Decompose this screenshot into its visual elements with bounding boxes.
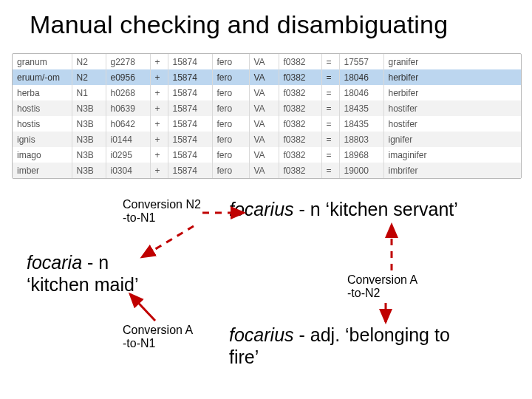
table-row: herbaN1h0268+15874feroVAf0382=18046herbi… xyxy=(13,85,521,100)
label-line1: Conversion A xyxy=(347,273,417,286)
table-cell: f0382 xyxy=(279,69,321,85)
table-cell: VA xyxy=(249,147,279,163)
table-cell: = xyxy=(321,163,339,178)
rest: - n ‘kitchen servant’ xyxy=(294,199,458,219)
table-cell: granum xyxy=(13,54,72,69)
table-cell: VA xyxy=(249,69,279,85)
table-cell: imbrifer xyxy=(383,163,521,178)
table-cell: = xyxy=(321,69,339,85)
table-cell: + xyxy=(150,163,168,178)
table-cell: i0295 xyxy=(106,147,150,163)
table-cell: herba xyxy=(13,85,72,100)
table-cell: VA xyxy=(249,132,279,147)
label-line2: -to-N1 xyxy=(123,211,155,224)
table-cell: f0382 xyxy=(279,85,321,100)
table-cell: 15874 xyxy=(168,132,212,147)
label-conv-a-n2: Conversion A -to-N2 xyxy=(347,273,417,301)
table-cell: VA xyxy=(249,100,279,116)
table-cell: fero xyxy=(212,100,249,116)
table-row: imagoN3Bi0295+15874feroVAf0382=18968imag… xyxy=(13,147,521,163)
table-cell: ignis xyxy=(13,132,72,147)
table-cell: + xyxy=(150,147,168,163)
table-row: eruum/-omN2e0956+15874feroVAf0382=18046h… xyxy=(13,69,521,85)
data-table: granumN2g2278+15874feroVAf0382=17557gran… xyxy=(12,53,522,179)
table-cell: imago xyxy=(13,147,72,163)
table-cell: f0382 xyxy=(279,147,321,163)
label-line2: -to-N1 xyxy=(123,337,155,349)
table-cell: 18046 xyxy=(339,69,383,85)
table-cell: fero xyxy=(212,54,249,69)
table-cell: 18968 xyxy=(339,147,383,163)
table-cell: i0144 xyxy=(106,132,150,147)
table-cell: herbifer xyxy=(383,69,521,85)
table-cell: imber xyxy=(13,163,72,178)
table-cell: 19000 xyxy=(339,163,383,178)
table-cell: f0382 xyxy=(279,132,321,147)
table-cell: hostifer xyxy=(383,116,521,132)
table-cell: 18803 xyxy=(339,132,383,147)
table-cell: = xyxy=(321,132,339,147)
table-cell: fero xyxy=(212,147,249,163)
table-row: hostisN3Bh0642+15874feroVAf0382=18435hos… xyxy=(13,116,521,132)
table-cell: N1 xyxy=(72,85,106,100)
table-cell: imaginifer xyxy=(383,147,521,163)
svg-line-2 xyxy=(130,294,155,321)
table-cell: fero xyxy=(212,132,249,147)
table-cell: N3B xyxy=(72,163,106,178)
table-cell: e0956 xyxy=(106,69,150,85)
table-cell: i0304 xyxy=(106,163,150,178)
word-focarius: focarius xyxy=(229,324,294,345)
word-focaria: focaria xyxy=(27,252,82,273)
table-cell: 18046 xyxy=(339,85,383,100)
table-cell: = xyxy=(321,116,339,132)
table-cell: N2 xyxy=(72,69,106,85)
table-cell: f0382 xyxy=(279,116,321,132)
table-cell: fero xyxy=(212,69,249,85)
page-title: Manual checking and disambiguating xyxy=(30,10,517,39)
table-cell: 15874 xyxy=(168,85,212,100)
table-cell: VA xyxy=(249,54,279,69)
table-cell: + xyxy=(150,85,168,100)
table-cell: 17557 xyxy=(339,54,383,69)
line2: ‘kitchen maid’ xyxy=(27,274,138,295)
table-row: ignisN3Bi0144+15874feroVAf0382=18803igni… xyxy=(13,132,521,147)
table-cell: + xyxy=(150,100,168,116)
label-focarius-noun: focarius - n ‘kitchen servant’ xyxy=(229,198,458,220)
table-cell: f0382 xyxy=(279,100,321,116)
svg-line-0 xyxy=(142,226,194,257)
table-cell: N3B xyxy=(72,147,106,163)
table-cell: VA xyxy=(249,116,279,132)
table-cell: + xyxy=(150,116,168,132)
table-cell: N3B xyxy=(72,132,106,147)
rest: - n xyxy=(82,252,109,273)
table-row: hostisN3Bh0639+15874feroVAf0382=18435hos… xyxy=(13,100,521,116)
table-cell: 15874 xyxy=(168,147,212,163)
table-cell: = xyxy=(321,147,339,163)
table-cell: f0382 xyxy=(279,54,321,69)
table-cell: 15874 xyxy=(168,54,212,69)
table-cell: h0268 xyxy=(106,85,150,100)
table-cell: f0382 xyxy=(279,163,321,178)
table-cell: VA xyxy=(249,163,279,178)
label-line1: Conversion A xyxy=(123,324,193,336)
label-line1: Conversion N2 xyxy=(123,198,201,211)
table-cell: g2278 xyxy=(106,54,150,69)
table-cell: + xyxy=(150,69,168,85)
table-cell: + xyxy=(150,132,168,147)
table-cell: N3B xyxy=(72,100,106,116)
label-focaria: focaria - n ‘kitchen maid’ xyxy=(27,251,138,296)
table-cell: 18435 xyxy=(339,100,383,116)
table-row: granumN2g2278+15874feroVAf0382=17557gran… xyxy=(13,54,521,69)
table-cell: = xyxy=(321,85,339,100)
label-conv-a-n1: Conversion A -to-N1 xyxy=(123,324,193,351)
label-line2: -to-N2 xyxy=(347,287,380,299)
table-cell: N2 xyxy=(72,54,106,69)
table-row: imberN3Bi0304+15874feroVAf0382=19000imbr… xyxy=(13,163,521,178)
label-focarius-adj: focarius - adj. ‘belonging to fire’ xyxy=(229,324,450,368)
table-cell: + xyxy=(150,54,168,69)
table-cell: 15874 xyxy=(168,163,212,178)
table-cell: herbifer xyxy=(383,85,521,100)
table-cell: eruum/-om xyxy=(13,69,72,85)
table-cell: granifer xyxy=(383,54,521,69)
table-cell: h0639 xyxy=(106,100,150,116)
